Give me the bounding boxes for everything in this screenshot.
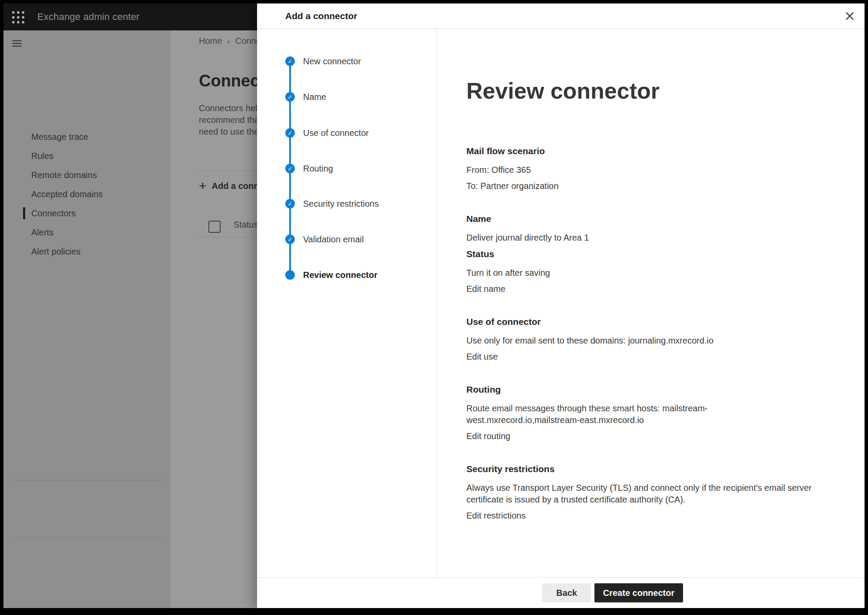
edit-name-link[interactable]: Edit name <box>466 283 818 295</box>
section-heading-use-of-connector: Use of connector <box>466 316 847 328</box>
wizard-step-label: Review connector <box>303 270 377 280</box>
wizard-step-label: Validation email <box>303 235 364 245</box>
review-block-status: StatusTurn it on after saving <box>466 248 847 279</box>
review-block-use-of-connector: Use of connectorUse only for email sent … <box>466 316 847 347</box>
breadcrumb-separator-icon: › <box>227 36 230 46</box>
sidebar-item-connectors[interactable]: Connectors <box>3 205 170 222</box>
review-group: Use of connectorUse only for email sent … <box>466 299 847 363</box>
section-text: Always use Transport Layer Security (TLS… <box>466 482 818 506</box>
page-description-line: recommend that <box>199 114 262 126</box>
app-title: Exchange admin center <box>37 3 139 30</box>
sidebar-item-accepted-domains[interactable]: Accepted domains <box>3 185 170 203</box>
plus-icon: + <box>199 179 207 192</box>
review-heading: Review connector <box>466 77 847 104</box>
review-group: NameDeliver journal directly to Area 1St… <box>466 196 847 295</box>
add-connector-button[interactable]: + Add a conn <box>199 177 259 195</box>
wizard-step-routing[interactable]: ✓Routing <box>257 160 436 177</box>
section-heading-status: Status <box>466 248 847 260</box>
sidebar-item-alert-policies[interactable]: Alert policies <box>3 243 170 260</box>
step-complete-check-icon: ✓ <box>285 92 295 102</box>
add-connector-dialog: Add a connector × ✓New connector✓Name✓Us… <box>257 3 865 608</box>
edit-restrictions-link[interactable]: Edit restrictions <box>466 510 818 522</box>
section-heading-mail-flow-scenario: Mail flow scenario <box>466 145 847 157</box>
wizard-step-label: Use of connector <box>303 128 369 138</box>
app-launcher-icon[interactable] <box>10 10 25 24</box>
sidebar-item-alerts[interactable]: Alerts <box>3 224 170 241</box>
breadcrumb-home-link[interactable]: Home <box>199 36 222 46</box>
sidebar-item-label: Remote domains <box>31 170 97 180</box>
dialog-title: Add a connector <box>285 11 357 21</box>
sidebar-item-rules[interactable]: Rules <box>3 147 170 165</box>
step-complete-check-icon: ✓ <box>285 56 295 66</box>
review-block-routing: RoutingRoute email messages through thes… <box>466 384 847 426</box>
page-description-line: need to use ther <box>199 126 262 138</box>
sidebar: HomeRecipientsMail flowMessage traceRule… <box>3 30 170 608</box>
page-description-line: Connectors help <box>199 102 262 114</box>
menu-icon[interactable] <box>11 37 23 50</box>
section-text: Use only for email sent to these domains… <box>466 335 818 347</box>
review-block-mail-flow-scenario: Mail flow scenarioFrom: Office 365To: Pa… <box>466 145 847 192</box>
sidebar-item-label: Message trace <box>31 132 88 142</box>
wizard-step-label: Name <box>303 92 326 102</box>
sidebar-divider <box>12 480 162 480</box>
dialog-header: Add a connector × <box>257 3 865 29</box>
step-complete-check-icon: ✓ <box>285 164 295 173</box>
section-text: To: Partner organization <box>466 180 818 192</box>
section-text: Route email messages through these smart… <box>466 403 818 426</box>
wizard-step-security-restrictions[interactable]: ✓Security restrictions <box>257 195 436 212</box>
section-text: From: Office 365 <box>466 164 818 176</box>
page-description: Connectors help recommend that need to u… <box>199 102 262 138</box>
sidebar-divider <box>12 537 162 538</box>
section-heading-routing: Routing <box>466 384 847 396</box>
back-button[interactable]: Back <box>542 583 591 602</box>
status-column-header[interactable]: Status <box>234 220 258 230</box>
sidebar-item-remote-domains[interactable]: Remote domains <box>3 166 170 184</box>
step-current-dot <box>285 270 295 280</box>
review-group: Mail flow scenarioFrom: Office 365To: Pa… <box>466 104 847 192</box>
wizard-step-use-of-connector[interactable]: ✓Use of connector <box>257 124 436 142</box>
wizard-step-label: Security restrictions <box>303 199 379 209</box>
sidebar-item-label: Alerts <box>31 228 53 238</box>
edit-routing-link[interactable]: Edit routing <box>466 430 818 442</box>
review-block-security-restrictions: Security restrictionsAlways use Transpor… <box>466 463 847 506</box>
step-complete-check-icon: ✓ <box>285 199 295 208</box>
selected-indicator <box>23 207 25 219</box>
dialog-body: ✓New connector✓Name✓Use of connector✓Rou… <box>257 29 865 578</box>
wizard-step-label: New connector <box>303 56 361 66</box>
wizard-step-name[interactable]: ✓Name <box>257 88 436 106</box>
edit-use-link[interactable]: Edit use <box>466 351 818 363</box>
sidebar-item-label: Rules <box>31 151 53 161</box>
section-heading-security-restrictions: Security restrictions <box>466 463 847 475</box>
wizard-steps-nav: ✓New connector✓Name✓Use of connector✓Rou… <box>257 29 437 578</box>
add-connector-button-label: Add a conn <box>212 181 259 191</box>
sidebar-item-label: Accepted domains <box>31 189 103 199</box>
section-heading-name: Name <box>466 213 847 225</box>
sidebar-item-label: Alert policies <box>31 247 80 257</box>
wizard-step-review-connector[interactable]: Review connector <box>257 266 436 284</box>
review-content: Review connector Mail flow scenarioFrom:… <box>437 29 865 578</box>
review-group: Security restrictionsAlways use Transpor… <box>466 446 847 522</box>
review-group: RoutingRoute email messages through thes… <box>466 367 847 442</box>
wizard-step-validation-email[interactable]: ✓Validation email <box>257 231 436 248</box>
wizard-step-label: Routing <box>303 164 333 174</box>
app-frame: Exchange admin center HomeRecipientsMail… <box>3 3 865 608</box>
screen: Exchange admin center HomeRecipientsMail… <box>0 0 868 615</box>
step-complete-check-icon: ✓ <box>285 128 295 138</box>
create-connector-button[interactable]: Create connector <box>594 583 683 602</box>
review-block-name: NameDeliver journal directly to Area 1 <box>466 213 847 244</box>
sidebar-item-label: Connectors <box>31 208 76 218</box>
wizard-step-new-connector[interactable]: ✓New connector <box>257 53 436 70</box>
page-title: Connec <box>199 70 259 91</box>
step-complete-check-icon: ✓ <box>285 235 295 244</box>
breadcrumb: Home›Conne <box>199 36 261 46</box>
review-sections: Mail flow scenarioFrom: Office 365To: Pa… <box>466 104 847 522</box>
section-text: Deliver journal directly to Area 1 <box>466 232 818 244</box>
section-text: Turn it on after saving <box>466 267 818 279</box>
dialog-footer: Back Create connector <box>257 577 865 608</box>
close-icon[interactable]: × <box>840 6 859 25</box>
sidebar-item-message-trace[interactable]: Message trace <box>3 128 170 145</box>
select-all-checkbox[interactable] <box>208 221 221 233</box>
